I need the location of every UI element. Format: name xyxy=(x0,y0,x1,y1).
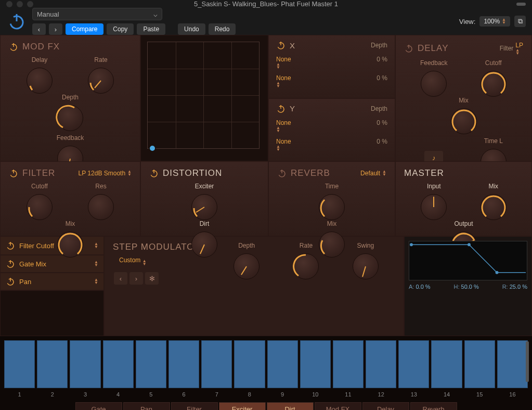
tab-delay[interactable]: Delay xyxy=(362,402,409,410)
reverb-preset-selector[interactable]: Default ▲▼ xyxy=(360,170,386,177)
redo-button[interactable]: Redo xyxy=(209,23,236,35)
env-h-value[interactable]: 50.0 % xyxy=(461,284,479,290)
y-depth-1[interactable]: 0 % xyxy=(377,119,387,133)
link-icon[interactable]: ⧉ xyxy=(514,16,526,27)
tab-reverb[interactable]: Reverb xyxy=(410,402,457,410)
exciter-label: Exciter xyxy=(195,183,214,190)
exciter-knob[interactable] xyxy=(191,194,217,220)
mod-item-power-icon[interactable] xyxy=(6,277,15,286)
master-title: MASTER xyxy=(404,168,444,178)
minimize-icon[interactable] xyxy=(516,3,526,6)
mod-item-power-icon[interactable] xyxy=(6,259,15,268)
y-target-2[interactable]: None ▲▼ xyxy=(276,138,291,151)
modfx-rate-knob[interactable] xyxy=(88,68,114,94)
mod-target-item[interactable]: Pan▲▼ xyxy=(0,273,104,290)
modfx-depth-knob[interactable] xyxy=(57,105,83,131)
step[interactable]: 7 xyxy=(201,340,232,398)
compare-button[interactable]: Compare xyxy=(66,23,103,35)
stepmod-swing-knob[interactable] xyxy=(353,253,379,279)
traffic-lights[interactable] xyxy=(6,1,33,7)
x-depth-2[interactable]: 0 % xyxy=(377,74,387,88)
preset-selector[interactable]: Manual ⌵ xyxy=(32,8,162,20)
step-end-handle[interactable] xyxy=(526,341,529,382)
step[interactable]: 2 xyxy=(37,340,68,398)
tab-pan[interactable]: Pan xyxy=(123,402,170,410)
step[interactable]: 6 xyxy=(168,340,199,398)
reverb-mix-knob[interactable] xyxy=(319,232,345,258)
y-target-1[interactable]: None ▲▼ xyxy=(276,119,291,133)
delay-feedback-knob[interactable] xyxy=(421,71,447,97)
delay-mix-label: Mix xyxy=(459,97,469,104)
filter-res-knob[interactable] xyxy=(88,194,114,220)
tab-gate[interactable]: Gate xyxy=(75,402,122,410)
delay-power-icon[interactable] xyxy=(404,44,413,53)
step[interactable]: 10 xyxy=(300,340,331,398)
x-target-2[interactable]: None ▲▼ xyxy=(276,74,291,88)
master-input-label: Input xyxy=(427,183,441,190)
filter-mode-selector[interactable]: LP 12dB Smooth ▲▼ xyxy=(79,170,132,177)
delay-filter-selector[interactable]: LP ▲▼ xyxy=(515,42,523,55)
filter-mix-knob[interactable] xyxy=(57,232,83,258)
copy-button[interactable]: Copy xyxy=(107,23,134,35)
step[interactable]: 11 xyxy=(333,340,364,398)
step[interactable]: 5 xyxy=(136,340,166,398)
paste-button[interactable]: Paste xyxy=(137,23,165,35)
step[interactable]: 3 xyxy=(70,340,100,398)
step[interactable]: 16 xyxy=(497,340,528,398)
x-depth-1[interactable]: 0 % xyxy=(377,56,387,69)
master-mix-label: Mix xyxy=(488,183,498,190)
delay-cutoff-knob[interactable] xyxy=(481,71,507,97)
modfx-power-icon[interactable] xyxy=(9,42,18,52)
xy-pad[interactable] xyxy=(147,42,259,149)
step[interactable]: 12 xyxy=(366,340,396,398)
step[interactable]: 1 xyxy=(4,340,35,398)
filter-cutoff-knob[interactable] xyxy=(27,194,53,220)
stepmod-settings-button[interactable]: ✻ xyxy=(145,272,159,285)
modfx-delay-knob[interactable] xyxy=(27,68,53,94)
y-power-icon[interactable] xyxy=(276,104,286,113)
dirt-knob[interactable] xyxy=(191,232,217,258)
tab-mod-fx[interactable]: Mod FX xyxy=(315,402,361,410)
xy-handle[interactable] xyxy=(149,145,156,152)
x-target-1[interactable]: None ▲▼ xyxy=(276,56,291,69)
reverb-power-icon[interactable] xyxy=(277,169,287,178)
step[interactable]: 8 xyxy=(234,340,265,398)
tab-dirt[interactable]: Dirt xyxy=(267,402,314,410)
plugin-power-icon[interactable] xyxy=(6,11,27,32)
undo-button[interactable]: Undo xyxy=(178,23,205,35)
envelope-display[interactable] xyxy=(409,241,527,280)
stepmod-depth-knob[interactable] xyxy=(233,253,259,279)
y-depth-2[interactable]: 0 % xyxy=(377,138,387,151)
distortion-power-icon[interactable] xyxy=(149,169,159,178)
stepmod-next-button[interactable]: › xyxy=(129,272,143,285)
window-titlebar: 5_Saskin S- Walking_Blues- Phat Fuel Mas… xyxy=(0,0,532,8)
reverb-time-knob[interactable] xyxy=(319,194,345,220)
tab-exciter[interactable]: Exciter xyxy=(219,402,266,410)
delay-feedback-label: Feedback xyxy=(420,59,448,67)
svg-line-17 xyxy=(200,245,204,254)
tab-filter[interactable]: Filter xyxy=(171,402,218,410)
step-number: 2 xyxy=(51,391,54,398)
mod-target-item[interactable]: Gate Mix▲▼ xyxy=(0,255,104,273)
step[interactable]: 15 xyxy=(464,340,495,398)
stepmod-prev-button[interactable]: ‹ xyxy=(114,272,127,285)
next-preset-button[interactable]: › xyxy=(49,23,62,35)
step[interactable]: 9 xyxy=(267,340,298,398)
stepmod-rate-knob[interactable] xyxy=(293,253,319,279)
zoom-selector[interactable]: 100%▲▼ xyxy=(479,16,510,27)
env-a-value[interactable]: 0.0 % xyxy=(416,284,430,290)
filter-power-icon[interactable] xyxy=(9,169,18,178)
step[interactable]: 14 xyxy=(431,340,462,398)
master-mix-knob[interactable] xyxy=(481,194,507,220)
step-number: 10 xyxy=(312,391,318,398)
env-h-label: H: xyxy=(453,284,459,290)
env-r-value[interactable]: 25.0 % xyxy=(510,284,527,290)
step[interactable]: 4 xyxy=(103,340,134,398)
prev-preset-button[interactable]: ‹ xyxy=(32,23,46,35)
step[interactable]: 13 xyxy=(398,340,429,398)
master-input-knob[interactable] xyxy=(421,194,447,220)
svg-line-4 xyxy=(95,81,101,88)
delay-mix-knob[interactable] xyxy=(451,108,477,134)
x-power-icon[interactable] xyxy=(276,41,286,50)
x-title: X xyxy=(290,41,295,50)
